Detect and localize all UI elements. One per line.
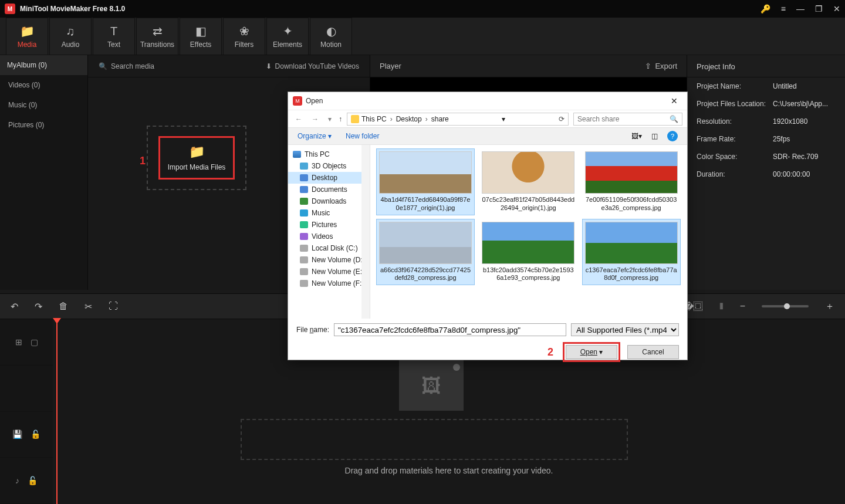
undo-button[interactable]: ↶	[11, 301, 18, 312]
tree-this-pc[interactable]: This PC	[288, 148, 370, 160]
file-item[interactable]: 07c5c23eaf81f247b05d8443edd26494_origin(…	[479, 148, 577, 215]
import-dropzone[interactable]: 📁 Import Media Files	[147, 126, 246, 190]
markers-button[interactable]: ⦀	[719, 301, 724, 312]
folder-tree[interactable]: This PC 3D Objects Desktop Documents Dow…	[288, 145, 370, 319]
tab-motion[interactable]: ◐Motion	[310, 18, 352, 55]
file-name: 07c5c23eaf81f247b05d8443edd26494_origin(…	[482, 196, 574, 212]
help-button[interactable]: ?	[667, 131, 678, 141]
tree-label: New Volume (E:)	[312, 268, 364, 276]
dialog-body: This PC 3D Objects Desktop Documents Dow…	[288, 145, 687, 319]
app-logo-icon: M	[5, 4, 15, 14]
tree-downloads[interactable]: Downloads	[288, 195, 370, 207]
import-button[interactable]: 📁 Import Media Files	[158, 136, 235, 180]
track-audio[interactable]: ♪🔓	[0, 458, 53, 504]
scrollbar[interactable]	[361, 145, 370, 319]
crumb[interactable]: This PC	[361, 115, 387, 123]
open-button[interactable]: Open ▾	[566, 345, 617, 359]
album-header[interactable]: MyAlbum (0)	[0, 55, 87, 75]
filter-select[interactable]: All Supported Files (*.mp4;*.mc	[571, 323, 679, 336]
info-value: 1920x1080	[773, 117, 836, 126]
folder-icon	[300, 198, 308, 205]
album-item-music[interactable]: Music (0)	[0, 95, 87, 115]
dialog-close-button[interactable]: ✕	[666, 96, 682, 106]
minimize-button[interactable]: —	[796, 4, 805, 13]
tab-label: Audio	[62, 40, 80, 49]
zoom-out-button[interactable]: −	[740, 301, 745, 312]
breadcrumb[interactable]: This PC Desktop share ▾ ⟳	[347, 113, 569, 126]
file-item[interactable]: b13fc20add3574c5b70e2e15936a1e93_compres…	[479, 219, 577, 286]
menu-icon[interactable]: ≡	[781, 4, 786, 13]
nav-recent-button[interactable]: ▾	[326, 115, 334, 123]
view-button[interactable]: 🖼▾	[631, 132, 642, 140]
tab-filters[interactable]: ❀Filters	[223, 18, 265, 55]
tab-text[interactable]: TText	[93, 18, 135, 55]
tree-videos[interactable]: Videos	[288, 231, 370, 242]
maximize-button[interactable]: ❐	[815, 4, 823, 13]
file-item[interactable]: a66cd3f9674228d529ccd77425defd28_compres…	[376, 219, 475, 286]
download-youtube-button[interactable]: Download YouTube Videos	[266, 62, 359, 70]
tab-elements[interactable]: ✦Elements	[266, 18, 309, 55]
tab-label: Motion	[320, 40, 342, 49]
tree-label: Desktop	[312, 174, 337, 182]
export-button[interactable]: Export	[645, 62, 677, 70]
titlebar: M MiniTool MovieMaker Free 8.1.0 🔑 ≡ — ❐…	[0, 0, 845, 18]
tab-media[interactable]: 📁Media	[6, 18, 48, 55]
tab-transitions[interactable]: ⇄Transitions	[136, 18, 178, 55]
track-video[interactable]	[0, 366, 53, 412]
file-item[interactable]: c1367eaca7efc2fcdc6fe8fba77a8d0f_compres…	[582, 219, 681, 286]
tree-volume-e[interactable]: New Volume (E:)	[288, 266, 370, 278]
filename-label: File name:	[296, 326, 329, 334]
tab-label: Transitions	[140, 40, 174, 49]
track-image[interactable]: 💾🔓	[0, 412, 53, 458]
organize-button[interactable]: Organize ▾	[298, 132, 332, 140]
close-button[interactable]: ✕	[833, 4, 840, 13]
refresh-button[interactable]: ⟳	[559, 115, 565, 123]
preview-pane-button[interactable]: ◫	[651, 132, 658, 140]
cut-button[interactable]: ✂	[84, 301, 92, 312]
tree-volume-f[interactable]: New Volume (F:)	[288, 278, 370, 289]
timeline-dropzone[interactable]	[241, 419, 628, 460]
file-item[interactable]: 7e00f651109e50f306fcdd50303e3a26_compres…	[582, 148, 681, 215]
folder-icon	[300, 233, 308, 240]
file-name: 7e00f651109e50f306fcdd50303e3a26_compres…	[585, 196, 678, 212]
nav-back-button[interactable]: ←	[293, 115, 305, 123]
nav-forward-button[interactable]: →	[309, 115, 321, 123]
crumb[interactable]: share	[431, 115, 449, 123]
tree-desktop[interactable]: Desktop	[288, 172, 370, 184]
search-input[interactable]: Search media	[99, 62, 266, 70]
tree-local-c[interactable]: Local Disk (C:)	[288, 242, 370, 254]
cancel-button[interactable]: Cancel	[627, 345, 679, 359]
tree-pictures[interactable]: Pictures	[288, 219, 370, 231]
folder-icon	[300, 221, 308, 228]
album-item-pictures[interactable]: Pictures (0)	[0, 115, 87, 135]
path-dropdown-icon[interactable]: ▾	[502, 115, 505, 123]
filename-input[interactable]	[334, 323, 566, 336]
crumb[interactable]: Desktop	[396, 115, 422, 123]
nav-up-button[interactable]: ↑	[339, 115, 342, 123]
delete-button[interactable]: 🗑	[59, 301, 68, 312]
album-item-videos[interactable]: Videos (0)	[0, 75, 87, 95]
zoom-slider[interactable]	[762, 305, 809, 307]
file-list[interactable]: 4ba1d4f7617edd68490a99f87e0e1877_origin(…	[370, 145, 687, 319]
folder-icon: 📁	[189, 144, 205, 160]
track-overlay[interactable]: ⊞▢	[0, 319, 53, 366]
drive-icon	[300, 245, 308, 252]
tree-volume-d[interactable]: New Volume (D:)	[288, 254, 370, 266]
tree-label: Downloads	[312, 197, 346, 205]
key-icon[interactable]: 🔑	[760, 4, 770, 13]
tree-documents[interactable]: Documents	[288, 184, 370, 195]
tree-music[interactable]: Music	[288, 207, 370, 219]
new-folder-button[interactable]: New folder	[346, 132, 379, 140]
album-sidebar: MyAlbum (0) Videos (0) Music (0) Picture…	[0, 55, 88, 290]
search-input[interactable]: Search share 🔍	[573, 113, 682, 126]
zoom-in-button[interactable]: ＋	[825, 300, 834, 313]
tab-audio[interactable]: ♫Audio	[49, 18, 92, 55]
tab-effects[interactable]: ◧Effects	[180, 18, 222, 55]
crop-button[interactable]: ⛶	[109, 301, 118, 312]
file-item[interactable]: 4ba1d4f7617edd68490a99f87e0e1877_origin(…	[376, 148, 475, 215]
redo-button[interactable]: ↷	[35, 301, 42, 312]
tab-label: Elements	[273, 40, 302, 49]
tree-label: 3D Objects	[312, 162, 346, 170]
tree-3d-objects[interactable]: 3D Objects	[288, 160, 370, 172]
playhead[interactable]	[56, 319, 58, 504]
